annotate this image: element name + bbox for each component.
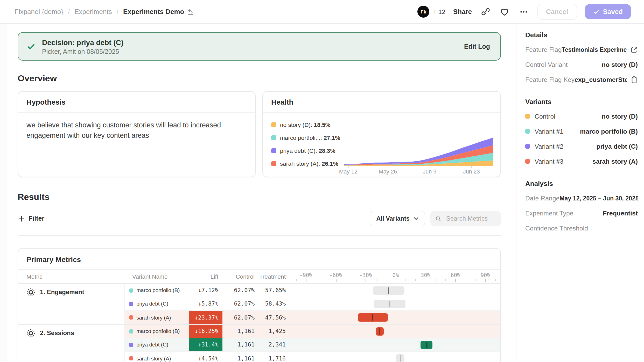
treatment-value: 57.65%	[255, 287, 286, 294]
health-card-header: Health	[263, 92, 500, 113]
external-link-icon	[631, 46, 638, 53]
ci-axis-tick	[495, 279, 496, 281]
variants-filter-dropdown[interactable]: All Variants	[369, 211, 425, 226]
x-axis-tick	[388, 166, 388, 168]
row-label: Control Variant	[525, 61, 568, 68]
column-lift: Lift	[189, 273, 222, 280]
variant-name: priya debt (C)	[136, 301, 168, 307]
detail-row: Date RangeMay 12, 2025 – Jun 30, 2025	[525, 191, 638, 206]
detail-row: Feature FlagTestimonials Experiment	[525, 42, 638, 57]
hypothesis-title: Hypothesis	[26, 98, 66, 106]
search-metrics-input[interactable]	[445, 214, 496, 223]
row-label: Variant #2	[535, 143, 563, 150]
copy-link-icon[interactable]	[480, 6, 491, 17]
add-filter-button[interactable]: Filter	[18, 212, 45, 225]
lift-cell: ↓23.37%	[189, 311, 222, 324]
ci-mean-mark	[379, 328, 380, 335]
row-value: no story (D)	[602, 61, 638, 68]
ci-mean-mark	[388, 287, 389, 294]
hypothesis-body[interactable]: we believe that showing customer stories…	[18, 113, 241, 148]
ci-axis-tick	[326, 279, 326, 281]
saved-label: Saved	[603, 8, 623, 16]
health-legend-item[interactable]: sarah story (A): 26.1%	[271, 161, 344, 167]
favorite-heart-icon[interactable]	[499, 6, 510, 17]
treatment-value: 1,425	[255, 328, 286, 335]
variant-row: Variant #2priya debt (C)	[525, 139, 638, 154]
variant-result-row[interactable]: marco portfolio (B)↓7.12%62.07%57.65%	[125, 284, 500, 297]
breadcrumb-separator: /	[68, 8, 70, 16]
breadcrumb-item[interactable]: Experiments	[74, 8, 112, 16]
legend-label: marco portfoli...: 27.1%	[280, 135, 340, 141]
legend-swatch	[271, 148, 276, 153]
control-value: 62.07%	[222, 287, 255, 294]
metric-name: 2. Sessions	[40, 329, 74, 337]
health-legend-item[interactable]: marco portfoli...: 27.1%	[271, 135, 344, 141]
lift-badge: ↓16.25%	[189, 325, 222, 338]
check-icon	[593, 9, 599, 15]
main-content: Decision: priya debt (C) Picker, Amit on…	[7, 24, 516, 362]
variant-name: priya debt (C)	[136, 342, 168, 347]
column-treatment: Treatment	[255, 273, 286, 280]
breadcrumb-item[interactable]: Fixpanel {demo}	[15, 8, 63, 16]
treatment-value: 47.56%	[255, 314, 286, 321]
health-title: Health	[271, 98, 293, 106]
legend-label: no story (D): 18.5%	[280, 122, 331, 128]
ci-axis-tick	[366, 279, 366, 282]
control-value: 1,161	[222, 341, 255, 348]
overview-heading: Overview	[18, 74, 516, 84]
share-button[interactable]: Share	[453, 8, 472, 16]
variant-name: sarah story (A)	[136, 356, 171, 361]
control-value: 1,161	[222, 355, 255, 362]
x-axis-label: Jun 9	[423, 168, 437, 175]
variant-cell: sarah story (A)	[125, 356, 189, 361]
more-options-icon[interactable]	[518, 6, 529, 17]
ci-axis-tick	[436, 279, 436, 281]
variant-result-row[interactable]: sarah story (A)↑4.54%1,1611,716	[125, 352, 500, 362]
row-value[interactable]: Testimonials Experiment	[562, 46, 627, 53]
health-legend-item[interactable]: no story (D): 18.5%	[271, 122, 344, 128]
ci-axis-label: 60%	[451, 272, 460, 278]
control-value: 62.07%	[222, 314, 255, 321]
left-edge-strip	[0, 24, 7, 362]
results-heading: Results	[18, 192, 516, 202]
variant-result-row[interactable]: sarah story (A)↓23.37%62.07%47.56%	[125, 311, 500, 324]
variant-result-row[interactable]: marco portfolio (B)↓16.25%1,1611,425	[125, 325, 500, 338]
plus-icon	[19, 216, 24, 221]
saved-button[interactable]: Saved	[585, 4, 631, 19]
decision-subtitle: Picker, Amit on 08/05/2025	[42, 48, 463, 55]
ci-axis-tick	[336, 279, 336, 282]
avatar[interactable]: Fk	[417, 6, 429, 18]
toolbar-divider	[18, 235, 501, 236]
variant-color-dot	[129, 329, 133, 333]
detail-row: Experiment TypeFrequentist	[525, 206, 638, 221]
variant-row: Variant #3sarah story (A)	[525, 154, 638, 169]
results-toolbar: Filter All Variants	[18, 211, 501, 226]
search-metrics-box	[430, 211, 501, 226]
collaborators-count[interactable]: + 12	[433, 8, 445, 15]
top-actions: Fk + 12 Share Cancel Saved	[417, 4, 631, 20]
ci-axis-tick	[386, 279, 386, 281]
metric-cell[interactable]: 1. Engagement	[18, 284, 125, 324]
health-card: Health no story (D): 18.5%marco portfoli…	[262, 91, 501, 177]
health-legend-item[interactable]: priya debt (C): 28.3%	[271, 148, 344, 154]
lift-cell: ↑31.4%	[189, 338, 222, 351]
goal-target-icon	[26, 288, 35, 296]
variants-section: Variants Controlno story (D)Variant #1ma…	[525, 98, 638, 169]
breadcrumb-item[interactable]: Experiments Demo	[123, 8, 194, 16]
decision-title: Decision: priya debt (C)	[42, 38, 463, 47]
edit-log-button[interactable]: Edit Log	[463, 40, 491, 53]
external-link-button[interactable]	[631, 46, 638, 53]
metric-cell[interactable]: 2. Sessions	[18, 325, 125, 362]
table-body: 1. Engagementmarco portfolio (B)↓7.12%62…	[18, 284, 500, 362]
x-axis-tick	[348, 166, 349, 168]
variants-filter-label: All Variants	[376, 215, 410, 222]
variant-result-row[interactable]: priya debt (C)↑31.4%1,1612,341	[125, 338, 500, 352]
copy-button[interactable]	[631, 76, 638, 83]
cancel-button[interactable]: Cancel	[537, 4, 577, 20]
filter-label: Filter	[29, 215, 44, 222]
chevron-down-icon	[414, 217, 418, 220]
variant-result-row[interactable]: priya debt (C)↓5.87%62.07%58.43%	[125, 297, 500, 311]
health-chart: May 12May 26Jun 9Jun 23	[344, 120, 493, 176]
row-label: Variant #1	[535, 128, 563, 135]
lift-cell: ↑4.54%	[189, 352, 222, 362]
